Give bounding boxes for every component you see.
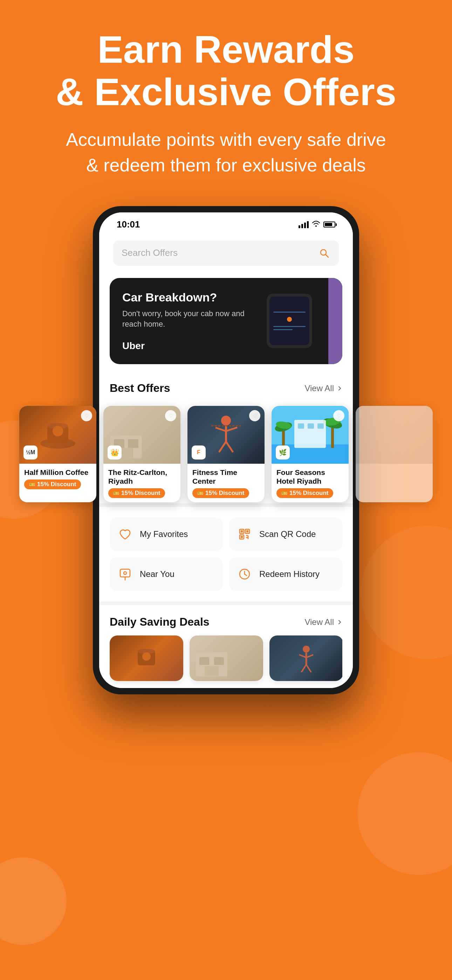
daily-card-3[interactable]: [269, 635, 342, 681]
coffee-card-info: Half Million Coffee 🎫 15% Discount: [19, 464, 96, 493]
svg-point-39: [124, 572, 126, 574]
daily-card-3-image: [269, 635, 342, 681]
floating-card-fifth[interactable]: [356, 406, 433, 502]
svg-rect-48: [199, 657, 209, 665]
banner-title: Car Breakdown?: [122, 291, 267, 304]
search-bar[interactable]: Search Offers: [113, 240, 339, 266]
daily-card-1[interactable]: [110, 635, 183, 681]
daily-saving-section: Daily Saving Deals View All: [99, 605, 353, 688]
svg-rect-50: [205, 666, 219, 676]
hero-section: Earn Rewards & Exclusive Offers Accumula…: [0, 0, 452, 199]
ritz-discount-badge: 🎫 15% Discount: [108, 488, 165, 498]
daily-saving-view-all-button[interactable]: View All: [304, 617, 342, 627]
four-seasons-card-info: Four Seasons Hotel Riyadh 🎫 15% Discount: [272, 464, 349, 502]
hero-title: Earn Rewards & Exclusive Offers: [28, 28, 424, 113]
best-offers-view-all-button[interactable]: View All: [304, 383, 342, 393]
fitness-card-image: F ♡: [188, 406, 264, 464]
ritz-card-image: 👑 ♡: [103, 406, 180, 464]
svg-point-3: [53, 426, 63, 436]
search-section: Search Offers: [99, 234, 353, 274]
daily-card-2-image: [189, 635, 263, 681]
uber-banner[interactable]: Car Breakdown? Don't worry, book your ca…: [110, 278, 342, 364]
fifth-card-info: [356, 464, 433, 484]
search-placeholder-text: Search Offers: [122, 247, 178, 258]
qr-icon: [236, 526, 253, 542]
svg-rect-32: [241, 530, 243, 532]
floating-card-ritz[interactable]: 👑 ♡ The Ritz-Carlton, Riyadh 🎫 15% Disco…: [103, 406, 180, 502]
search-icon-button[interactable]: [318, 247, 330, 259]
status-time: 10:01: [117, 219, 140, 230]
svg-point-46: [142, 652, 151, 661]
svg-line-53: [299, 655, 306, 657]
clock-icon: [236, 566, 253, 582]
quick-actions-grid: My Favorites: [110, 517, 342, 591]
svg-line-28: [326, 255, 328, 257]
four-seasons-discount-badge: 🎫 15% Discount: [277, 488, 333, 498]
svg-rect-49: [214, 657, 224, 665]
status-icons: [299, 221, 335, 229]
svg-line-12: [219, 442, 226, 452]
svg-line-10: [215, 428, 226, 431]
floating-card-fitness[interactable]: F ♡ Fitness Time Center 🎫 15% Discount: [188, 406, 264, 502]
daily-cards-row: [110, 635, 342, 688]
hero-subtitle: Accumulate points with every safe drive …: [28, 127, 424, 178]
status-bar: 10:01: [99, 212, 353, 234]
svg-rect-25: [308, 423, 314, 429]
floating-cards-row: ½M ♡ Half Million Coffee 🎫 15% Discount: [16, 406, 436, 502]
svg-line-56: [306, 665, 311, 672]
banner-text: Car Breakdown? Don't worry, book your ca…: [122, 291, 267, 352]
coffee-discount-badge: 🎫 15% Discount: [24, 479, 81, 489]
banner-accent-pill: [328, 278, 342, 364]
best-offers-title: Best Offers: [110, 382, 170, 395]
four-seasons-card-image: 🌿 ♡: [272, 406, 349, 464]
daily-saving-header: Daily Saving Deals View All: [110, 616, 342, 628]
signal-icon: [299, 221, 309, 228]
daily-saving-title: Daily Saving Deals: [110, 616, 210, 628]
svg-line-11: [226, 428, 237, 431]
my-favorites-label: My Favorites: [140, 529, 188, 539]
quick-action-redeem-history[interactable]: Redeem History: [229, 557, 342, 591]
svg-line-54: [306, 655, 313, 657]
wifi-icon: [312, 221, 320, 229]
svg-rect-24: [298, 423, 304, 429]
banner-section: Car Breakdown? Don't worry, book your ca…: [99, 274, 353, 372]
fitness-card-info: Fitness Time Center 🎫 15% Discount: [188, 464, 264, 502]
coffee-card-image: ½M ♡: [19, 406, 96, 464]
svg-rect-38: [120, 569, 130, 577]
svg-rect-33: [246, 530, 248, 532]
best-offers-header: Best Offers View All: [110, 382, 342, 395]
quick-actions-section: My Favorites: [99, 507, 353, 601]
phone-wrapper: ½M ♡ Half Million Coffee 🎫 15% Discount: [0, 206, 452, 695]
bg-decoration-2: [357, 752, 452, 875]
svg-rect-34: [241, 536, 243, 538]
heart-icon: [117, 526, 134, 542]
daily-card-2[interactable]: [189, 635, 263, 681]
banner-brand: Uber: [122, 340, 267, 352]
redeem-history-label: Redeem History: [259, 569, 320, 579]
fifth-card-image: [356, 406, 433, 464]
svg-rect-6: [128, 439, 138, 448]
svg-line-43: [245, 574, 247, 576]
svg-line-13: [226, 442, 233, 452]
svg-line-55: [301, 665, 306, 672]
floating-card-coffee[interactable]: ½M ♡ Half Million Coffee 🎫 15% Discount: [19, 406, 96, 502]
battery-icon: [323, 221, 335, 228]
floating-card-four-seasons[interactable]: 🌿 ♡ Four Seasons Hotel Riyadh 🎫 15% Disc…: [272, 406, 349, 502]
quick-action-near-you[interactable]: Near You: [110, 557, 223, 591]
near-you-label: Near You: [140, 569, 175, 579]
svg-point-51: [303, 646, 310, 652]
banner-description: Don't worry, book your cab now and reach…: [122, 309, 267, 330]
quick-action-my-favorites[interactable]: My Favorites: [110, 517, 223, 551]
quick-action-scan-qr[interactable]: Scan QR Code: [229, 517, 342, 551]
fitness-discount-badge: 🎫 15% Discount: [193, 488, 249, 498]
daily-card-1-image: [110, 635, 183, 681]
scan-qr-label: Scan QR Code: [259, 529, 316, 539]
svg-rect-26: [317, 423, 324, 429]
svg-point-8: [221, 416, 231, 425]
ritz-card-info: The Ritz-Carlton, Riyadh 🎫 15% Discount: [103, 464, 180, 502]
banner-phone-mockup: [267, 294, 312, 348]
location-icon: [117, 566, 134, 582]
bg-decoration-1: [0, 858, 67, 945]
